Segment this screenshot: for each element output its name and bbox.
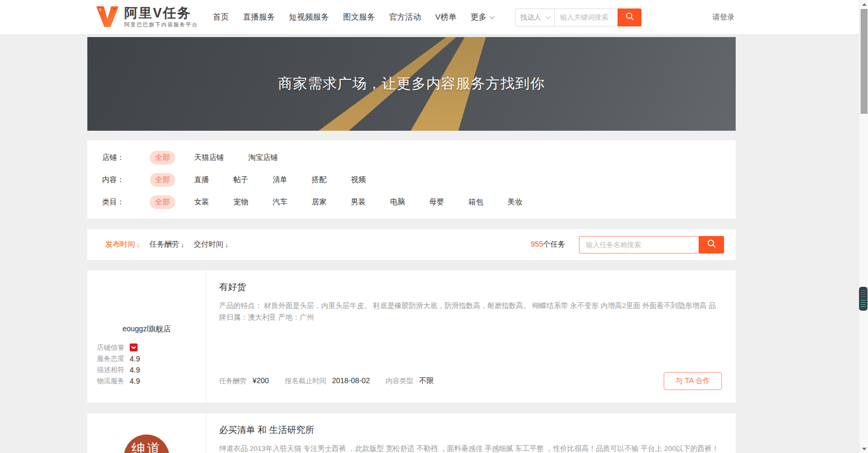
task-description: 产品的特点： 材质外面是头层，内里头层牛皮。 鞋底是橡胶防滑大底，防滑指数高，耐… (219, 300, 722, 323)
nav-item-graphic[interactable]: 图文服务 (343, 12, 375, 22)
nav-item-official[interactable]: 官方活动 (389, 12, 421, 22)
chevron-down-icon (546, 14, 551, 19)
meta-deadline: 报名截止时间 2018-08-02 (285, 376, 370, 386)
sort-desc-icon: ↓ (225, 241, 229, 249)
hero-title: 商家需求广场，让更多内容服务方找到你 (87, 74, 736, 93)
nav-search-button[interactable] (618, 8, 641, 26)
filter-option-womens[interactable]: 女装 (189, 195, 214, 209)
filter-label: 店铺： (102, 153, 135, 162)
task-search-group (579, 236, 724, 253)
filter-label: 类目： (102, 197, 135, 207)
filter-option-home[interactable]: 居家 (306, 195, 332, 209)
filter-option-all[interactable]: 全部 (150, 151, 175, 165)
site-logo[interactable]: 阿里V任务 阿里巴巴旗下内容服务平台 (95, 5, 198, 30)
hero-banner: 商家需求广场，让更多内容服务方找到你 (87, 37, 736, 131)
triangle-up-icon (862, 3, 866, 6)
task-search-button[interactable] (699, 236, 724, 253)
login-link[interactable]: 请登录 (712, 13, 735, 22)
scroll-down-button[interactable] (860, 445, 868, 453)
sort-publish-time[interactable]: 发布时间 ↓ (105, 240, 140, 249)
store-image (87, 281, 206, 324)
top-navbar: 阿里V任务 阿里巴巴旗下内容服务平台 首页 直播服务 短视频服务 图文服务 官方… (0, 0, 868, 34)
filter-option-all[interactable]: 全部 (150, 173, 175, 187)
filter-option-bags[interactable]: 箱包 (463, 195, 489, 209)
filter-option-baby[interactable]: 母婴 (424, 195, 449, 209)
task-card: eouggzl旗舰店 店铺信誉 服务态度 4.9 描述相符 4.9 物流服务 4… (87, 270, 736, 403)
filter-option-video[interactable]: 视频 (346, 173, 371, 187)
nav-item-live[interactable]: 直播服务 (243, 12, 275, 22)
filter-option-mens[interactable]: 男装 (346, 195, 371, 209)
chevron-down-icon (490, 14, 495, 19)
search-scope-select[interactable]: 找达人 (515, 8, 554, 26)
tmall-badge-icon (130, 343, 138, 351)
search-icon (625, 12, 635, 23)
filter-row-content: 内容： 全部 直播 帖子 清单 搭配 视频 (102, 169, 736, 191)
store-info: 绅道衣品 (87, 413, 206, 453)
task-title[interactable]: 有好货 (219, 281, 722, 293)
filter-panel: 店铺： 全部 天猫店铺 淘宝店铺 内容： 全部 直播 帖子 清单 搭配 视频 类… (87, 140, 736, 219)
main-nav: 首页 直播服务 短视频服务 图文服务 官方活动 V榜单 更多 (213, 12, 508, 22)
filter-option-match[interactable]: 搭配 (306, 173, 332, 187)
triangle-down-icon (862, 448, 866, 450)
filter-option-taobao[interactable]: 淘宝店铺 (243, 151, 283, 165)
filter-option-computer[interactable]: 电脑 (385, 195, 410, 209)
cooperate-button[interactable]: 与 TA 合作 (664, 372, 722, 390)
sort-delivery-time[interactable]: 交付时间 ↓ (194, 240, 229, 249)
nav-search-input[interactable] (554, 8, 618, 26)
task-count: 955个任务 (531, 240, 565, 249)
nav-item-more[interactable]: 更多 (471, 12, 493, 22)
filter-option-cars[interactable]: 汽车 (267, 195, 293, 209)
logo-v-icon (95, 5, 120, 30)
widget-stripes (861, 290, 866, 298)
filter-option-pets[interactable]: 宠物 (228, 195, 254, 209)
task-description: 绅道衣品 2013年入驻天猫 专注男士西裤 ，此款版型 宽松舒适 不勒裆 ，面料… (219, 443, 722, 453)
filter-option-list[interactable]: 清单 (267, 173, 293, 187)
rating-row: 服务态度 4.9 (87, 353, 206, 364)
task-title[interactable]: 必买清单 和 生活研究所 (219, 424, 722, 436)
scrollbar (859, 0, 868, 453)
widget-stripes-teal (861, 300, 866, 307)
logo-title: 阿里V任务 (124, 6, 198, 20)
rating-row: 描述相符 4.9 (87, 364, 206, 375)
filter-option-post[interactable]: 帖子 (228, 173, 254, 187)
nav-item-home[interactable]: 首页 (213, 12, 229, 22)
meta-reward: 任务酬劳 ¥200 (219, 376, 269, 386)
filter-option-tmall[interactable]: 天猫店铺 (189, 151, 229, 165)
store-avatar[interactable]: 绅道衣品 (124, 434, 169, 453)
rating-row: 物流服务 4.9 (87, 375, 206, 386)
sort-desc-icon: ↓ (137, 241, 140, 249)
logo-subtitle: 阿里巴巴旗下内容服务平台 (124, 21, 198, 29)
store-reputation-row: 店铺信誉 (87, 342, 206, 353)
nav-item-ranking[interactable]: V榜单 (435, 12, 456, 22)
filter-option-all[interactable]: 全部 (150, 195, 175, 209)
filter-label: 内容： (102, 175, 135, 185)
sort-desc-icon: ↓ (181, 241, 185, 249)
filter-option-beauty[interactable]: 美妆 (502, 195, 528, 209)
sort-reward[interactable]: 任务酬劳 ↓ (150, 240, 185, 249)
store-name[interactable]: eouggzl旗舰店 (87, 324, 206, 334)
scroll-up-button[interactable] (860, 0, 868, 8)
nav-search-group: 找达人 (515, 8, 641, 26)
side-extension-widget[interactable] (859, 287, 867, 311)
meta-content-type: 内容类型 不限 (386, 376, 434, 386)
filter-option-live[interactable]: 直播 (189, 173, 214, 187)
task-search-input[interactable] (579, 236, 699, 253)
scrollbar-thumb[interactable] (861, 9, 867, 114)
store-info: eouggzl旗舰店 店铺信誉 服务态度 4.9 描述相符 4.9 物流服务 4… (87, 270, 206, 403)
filter-row-shop: 店铺： 全部 天猫店铺 淘宝店铺 (102, 147, 736, 169)
sort-bar: 发布时间 ↓ 任务酬劳 ↓ 交付时间 ↓ 955个任务 (87, 229, 736, 260)
nav-item-short-video[interactable]: 短视频服务 (289, 12, 329, 22)
filter-row-category: 类目： 全部 女装 宠物 汽车 居家 男装 电脑 母婴 箱包 美妆 (102, 191, 736, 213)
search-icon (707, 239, 717, 250)
task-card: 绅道衣品 必买清单 和 生活研究所 绅道衣品 2013年入驻天猫 专注男士西裤 … (87, 413, 736, 453)
